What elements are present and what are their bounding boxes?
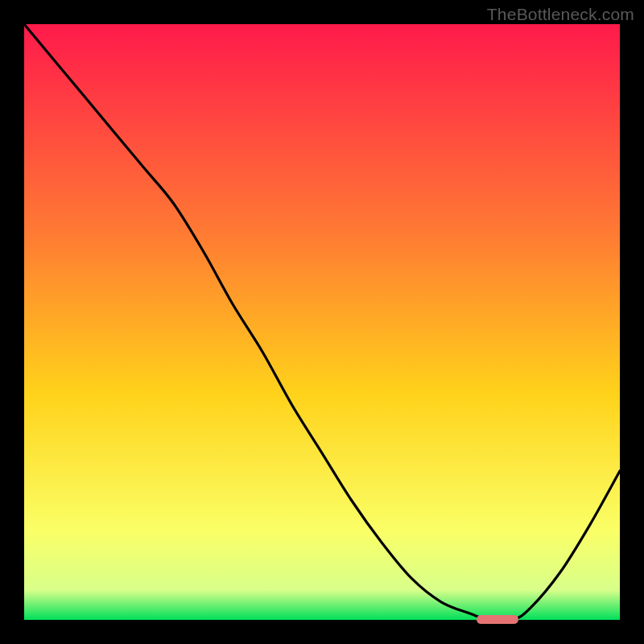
chart-frame [24, 24, 620, 620]
bottleneck-plot [24, 24, 620, 620]
optimum-marker [477, 615, 518, 624]
watermark-text: TheBottleneck.com [487, 5, 634, 24]
gradient-background [24, 24, 620, 620]
